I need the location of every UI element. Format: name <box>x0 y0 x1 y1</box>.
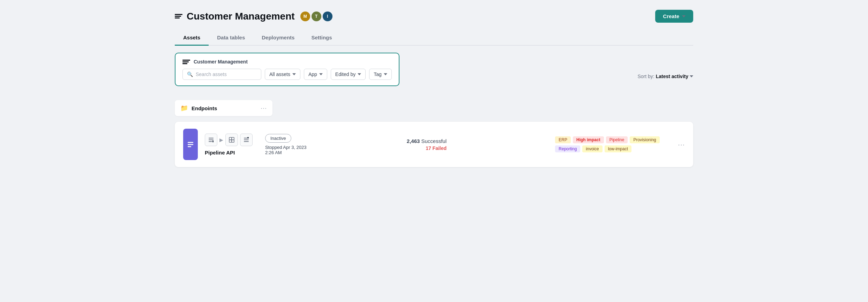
svg-rect-5 <box>209 141 212 142</box>
chevron-down-icon <box>384 73 387 75</box>
tag-erp: ERP <box>555 136 571 143</box>
avatar-t: T <box>312 12 321 21</box>
sort-value-text: Latest activity <box>656 74 688 79</box>
asset-name: Pipeline API <box>205 150 253 156</box>
stat-count: 2,463 <box>407 138 420 144</box>
tag-high-impact: High impact <box>573 136 604 143</box>
svg-rect-7 <box>229 137 232 140</box>
stat-failed: 17 Failed <box>407 145 447 151</box>
tag-low-impact: low-impact <box>605 145 631 152</box>
chevron-down-icon <box>690 75 693 77</box>
failed-count: 17 <box>426 145 431 151</box>
asset-pipeline-area: ▶ Pipeline API <box>205 134 253 156</box>
panel-title: Customer Management <box>182 59 392 65</box>
panel-title-text: Customer Management <box>194 59 248 65</box>
tag-invoice: invoice <box>582 145 602 152</box>
chevron-down-icon <box>319 73 323 75</box>
svg-rect-12 <box>244 139 249 140</box>
svg-rect-10 <box>232 140 234 142</box>
search-icon: 🔍 <box>187 71 193 77</box>
sort-prefix: Sort by: <box>637 74 654 79</box>
page-title: Customer Management <box>175 11 295 22</box>
avatar-group: M T I <box>300 12 332 21</box>
app-label: App <box>308 71 317 77</box>
avatar-i: I <box>323 12 332 21</box>
stopped-date: Stopped Apr 3, 2023 <box>265 145 307 150</box>
chevron-down-icon <box>358 73 361 75</box>
svg-rect-9 <box>229 140 232 142</box>
svg-rect-3 <box>209 138 214 138</box>
chevron-down-icon <box>682 15 686 17</box>
pipe-arrow: ▶ <box>219 137 223 143</box>
svg-rect-6 <box>212 141 214 142</box>
filter-tag[interactable]: Tag <box>369 69 392 80</box>
asset-stats: 2,463 Successful 17 Failed <box>407 138 447 151</box>
folder-row: 📁 Endpoints ··· <box>175 100 272 116</box>
svg-rect-13 <box>244 141 249 142</box>
avatar-m: M <box>300 12 310 21</box>
stopped-time: 2:26 AM <box>265 150 282 155</box>
tags-block: ERPHigh impactPipelineProvisioningReport… <box>555 136 667 152</box>
asset-stopped: Stopped Apr 3, 2023 2:26 AM <box>265 145 307 155</box>
create-button[interactable]: Create <box>655 10 693 23</box>
svg-rect-8 <box>232 137 234 140</box>
tag-pipeline: Pipeline <box>606 136 628 143</box>
sort-row: Sort by: Latest activity <box>637 74 693 79</box>
asset-center: Inactive Stopped Apr 3, 2023 2:26 AM 2,4… <box>265 134 667 155</box>
search-panel: Customer Management 🔍 All assets App Edi… <box>175 53 399 86</box>
all-assets-label: All assets <box>269 71 290 77</box>
filter-app[interactable]: App <box>304 69 327 80</box>
svg-rect-1 <box>188 144 193 145</box>
chevron-down-icon <box>292 73 296 75</box>
asset-status-block: Inactive Stopped Apr 3, 2023 2:26 AM <box>265 134 307 155</box>
failed-label: Failed <box>433 145 447 151</box>
stat-success: 2,463 Successful <box>407 138 447 144</box>
panel-controls: 🔍 All assets App Edited by Tag <box>182 69 392 80</box>
page-header: Customer Management M T I Create <box>175 10 693 23</box>
folder-icon: 📁 <box>180 104 188 112</box>
tab-assets[interactable]: Assets <box>175 31 209 46</box>
folder-name: Endpoints <box>192 105 257 111</box>
title-text: Customer Management <box>187 11 295 22</box>
sort-value[interactable]: Latest activity <box>656 74 693 79</box>
folder-more-button[interactable]: ··· <box>261 105 267 111</box>
filter-all-assets[interactable]: All assets <box>265 69 300 80</box>
tab-deployments[interactable]: Deployments <box>253 31 303 46</box>
tab-bar: Assets Data tables Deployments Settings <box>175 31 693 46</box>
pipe-icon-2 <box>225 134 238 146</box>
panel-layers-icon <box>182 60 190 64</box>
header-left: Customer Management M T I <box>175 11 332 22</box>
tag-provisioning: Provisioning <box>630 136 659 143</box>
stat-label: Successful <box>421 138 447 144</box>
status-text: Inactive <box>270 136 286 141</box>
search-input-wrap[interactable]: 🔍 <box>182 69 261 80</box>
filter-edited-by[interactable]: Edited by <box>331 69 366 80</box>
pipe-icon-3 <box>240 134 253 146</box>
svg-rect-4 <box>209 139 214 140</box>
tab-settings[interactable]: Settings <box>303 31 340 46</box>
tag-label: Tag <box>374 71 382 77</box>
tab-data-tables[interactable]: Data tables <box>209 31 253 46</box>
status-badge: Inactive <box>265 134 291 143</box>
edited-by-label: Edited by <box>335 71 356 77</box>
create-label: Create <box>663 13 679 19</box>
pipe-icon-1 <box>205 134 217 146</box>
svg-rect-14 <box>247 137 249 138</box>
pipeline-icons: ▶ <box>205 134 253 146</box>
svg-rect-2 <box>188 146 191 147</box>
svg-rect-0 <box>188 142 193 143</box>
asset-card: ▶ Pipeline API Inactive Stopped Apr 3, 2… <box>175 122 693 167</box>
layers-icon <box>175 14 182 18</box>
asset-type-icon <box>183 129 198 160</box>
asset-more-button[interactable]: ··· <box>678 141 685 149</box>
search-input[interactable] <box>196 71 257 77</box>
tag-reporting: Reporting <box>555 145 580 152</box>
